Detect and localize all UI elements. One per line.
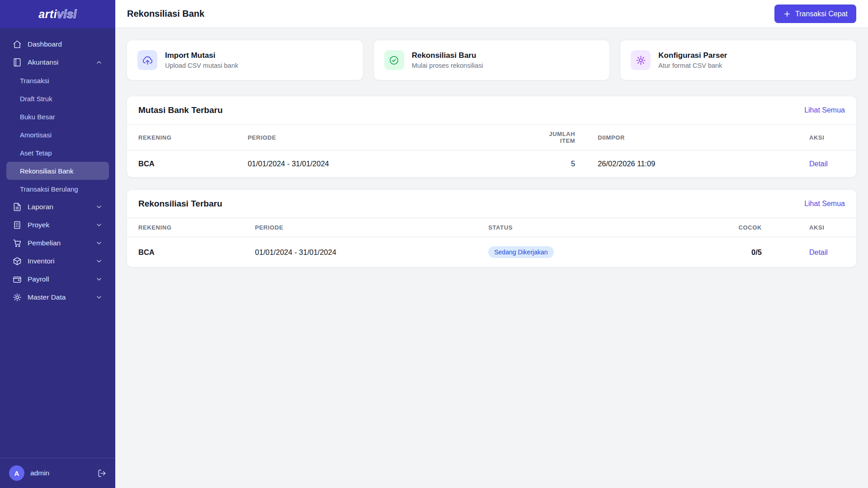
rekonsiliasi-panel-header: Rekonsiliasi Terbaru Lihat Semua	[127, 190, 856, 218]
table-row: BCA 01/01/2024 - 31/01/2024 5 26/02/2026…	[127, 150, 856, 178]
logout-icon	[98, 469, 106, 478]
sidebar-item-laporan[interactable]: Laporan	[6, 198, 109, 216]
chevron-down-icon	[95, 221, 103, 229]
building-icon	[13, 221, 22, 230]
sidebar-item-draft-struk[interactable]: Draft Struk	[6, 89, 109, 108]
cell-diimpor: 26/02/2026 11:09	[586, 150, 798, 178]
sidebar-item-label: Inventori	[28, 257, 54, 265]
column-header: Diimpor	[586, 125, 798, 150]
mutasi-panel: Mutasi Bank Terbaru Lihat Semua Rekening…	[127, 96, 857, 178]
logo[interactable]: artivisi	[0, 0, 115, 28]
page-title: Rekonsiliasi Bank	[127, 9, 204, 19]
column-header: Rekening	[127, 218, 244, 237]
chevron-down-icon	[95, 239, 103, 247]
sidebar-item-label: Pembelian	[28, 239, 61, 247]
card-icon-wrap	[384, 50, 404, 70]
sidebar-item-label: Laporan	[28, 203, 53, 211]
column-header: Cocok	[696, 218, 798, 237]
sidebar-item-master-data[interactable]: Master Data	[6, 288, 109, 306]
sidebar-item-aset-tetap[interactable]: Aset Tetap	[6, 144, 109, 162]
sidebar-nav: Dashboard Akuntansi Transaksi Draft Stru…	[0, 28, 115, 458]
sidebar-item-dashboard[interactable]: Dashboard	[6, 35, 109, 53]
logout-button[interactable]	[98, 469, 106, 478]
mutasi-panel-header: Mutasi Bank Terbaru Lihat Semua	[127, 96, 856, 124]
card-subtitle: Mulai proses rekonsiliasi	[412, 62, 483, 69]
cell-jumlah-item: 5	[528, 150, 586, 178]
cloud-upload-icon	[142, 55, 153, 66]
check-circle-icon	[389, 55, 399, 66]
status-badge: Sedang Dikerjakan	[488, 246, 553, 258]
gear-icon	[636, 55, 646, 66]
rekonsiliasi-view-all-link[interactable]: Lihat Semua	[804, 200, 845, 208]
user-name: admin	[30, 469, 49, 477]
plus-icon	[783, 10, 791, 18]
cell-periode: 01/01/2024 - 31/01/2024	[244, 237, 477, 267]
column-header: Periode	[236, 125, 528, 150]
sidebar-item-amortisasi[interactable]: Amortisasi	[6, 126, 109, 144]
cell-rekening: BCA	[127, 237, 244, 267]
column-header: Rekening	[127, 125, 236, 150]
detail-link[interactable]: Detail	[809, 249, 828, 256]
card-text: Rekonsiliasi Baru Mulai proses rekonsili…	[412, 51, 483, 69]
sidebar-item-buku-besar[interactable]: Buku Besar	[6, 108, 109, 126]
card-title: Rekonsiliasi Baru	[412, 51, 483, 60]
topbar: Rekonsiliasi Bank Transaksi Cepat	[115, 0, 868, 28]
table-header-row: Rekening Periode Status Cocok Aksi	[127, 218, 856, 237]
avatar: A	[9, 465, 24, 481]
package-icon	[13, 257, 22, 266]
column-header: Jumlah Item	[528, 125, 586, 150]
rekonsiliasi-table: Rekening Periode Status Cocok Aksi BCA 0…	[127, 218, 856, 267]
sidebar-item-rekonsiliasi-bank[interactable]: Rekonsiliasi Bank	[6, 162, 109, 180]
sidebar-item-label: Proyek	[28, 221, 49, 229]
mutasi-panel-title: Mutasi Bank Terbaru	[138, 105, 223, 115]
action-cards: Import Mutasi Upload CSV mutasi bank Rek…	[127, 40, 857, 80]
card-import-mutasi[interactable]: Import Mutasi Upload CSV mutasi bank	[127, 40, 363, 80]
logo-text: artivisi	[38, 8, 77, 21]
cell-cocok: 0/5	[696, 237, 798, 267]
sidebar-item-label: Akuntansi	[28, 58, 58, 66]
chevron-down-icon	[95, 294, 103, 301]
column-header: Status	[477, 218, 696, 237]
file-text-icon	[13, 202, 22, 211]
quick-transaction-button[interactable]: Transaksi Cepat	[774, 5, 856, 23]
chevron-down-icon	[95, 258, 103, 265]
sidebar-item-akuntansi[interactable]: Akuntansi	[6, 53, 109, 71]
sidebar: artivisi Dashboard Akuntansi Transaksi D…	[0, 0, 115, 488]
logo-suffix: visi	[57, 8, 77, 20]
sidebar-item-label: Master Data	[28, 293, 66, 301]
book-icon	[13, 58, 22, 67]
shopping-cart-icon	[13, 239, 22, 248]
chevron-down-icon	[95, 276, 103, 283]
main-area: Rekonsiliasi Bank Transaksi Cepat Import…	[115, 0, 868, 488]
rekonsiliasi-panel: Rekonsiliasi Terbaru Lihat Semua Rekenin…	[127, 189, 857, 267]
card-konfigurasi-parser[interactable]: Konfigurasi Parser Atur format CSV bank	[620, 40, 857, 80]
chevron-down-icon	[95, 203, 103, 211]
quick-transaction-label: Transaksi Cepat	[795, 10, 848, 18]
card-title: Import Mutasi	[165, 51, 238, 60]
sidebar-item-transaksi[interactable]: Transaksi	[6, 71, 109, 89]
card-rekonsiliasi-baru[interactable]: Rekonsiliasi Baru Mulai proses rekonsili…	[373, 40, 610, 80]
sidebar-item-payroll[interactable]: Payroll	[6, 270, 109, 288]
card-text: Import Mutasi Upload CSV mutasi bank	[165, 51, 238, 69]
card-title: Konfigurasi Parser	[658, 51, 727, 60]
cell-rekening: BCA	[127, 150, 236, 178]
sidebar-item-inventori[interactable]: Inventori	[6, 252, 109, 270]
card-subtitle: Atur format CSV bank	[658, 62, 727, 69]
chevron-up-icon	[95, 59, 103, 66]
detail-link[interactable]: Detail	[809, 160, 828, 168]
card-subtitle: Upload CSV mutasi bank	[165, 62, 238, 69]
page-content: Import Mutasi Upload CSV mutasi bank Rek…	[115, 28, 868, 291]
gear-icon	[13, 293, 22, 302]
sidebar-item-proyek[interactable]: Proyek	[6, 216, 109, 234]
column-header: Periode	[244, 218, 477, 237]
cell-periode: 01/01/2024 - 31/01/2024	[236, 150, 528, 178]
table-row: BCA 01/01/2024 - 31/01/2024 Sedang Diker…	[127, 237, 856, 267]
card-icon-wrap	[631, 50, 651, 70]
mutasi-view-all-link[interactable]: Lihat Semua	[804, 106, 845, 114]
app-root: artivisi Dashboard Akuntansi Transaksi D…	[0, 0, 868, 488]
sidebar-item-label: Dashboard	[28, 40, 62, 48]
sidebar-item-transaksi-berulang[interactable]: Transaksi Berulang	[6, 180, 109, 198]
rekonsiliasi-panel-title: Rekonsiliasi Terbaru	[138, 199, 222, 209]
sidebar-item-pembelian[interactable]: Pembelian	[6, 234, 109, 252]
logo-prefix: arti	[38, 8, 57, 20]
